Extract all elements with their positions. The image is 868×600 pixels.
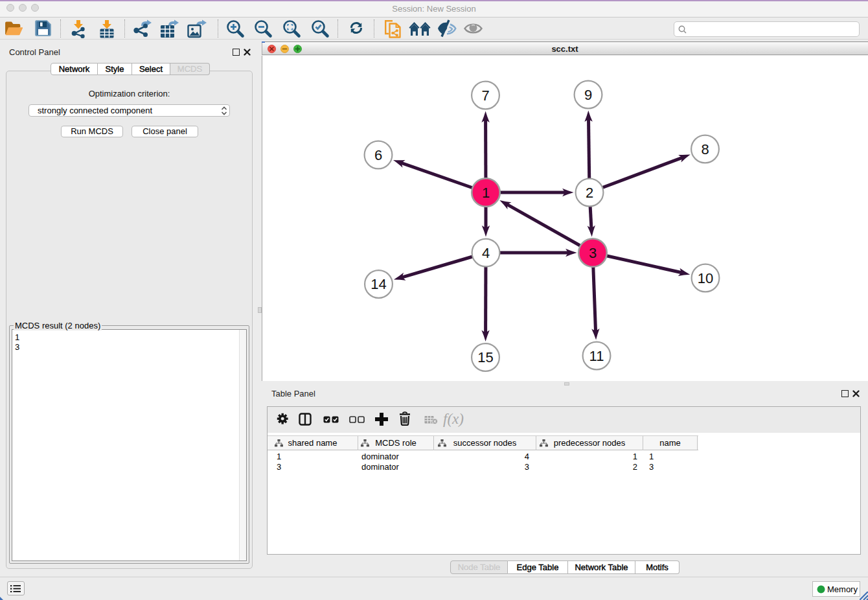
svg-text:6: 6 [374, 147, 382, 163]
svg-text:14: 14 [371, 276, 386, 292]
svg-text:7: 7 [481, 87, 489, 104]
svg-text:4: 4 [482, 245, 490, 261]
svg-text:9: 9 [584, 87, 592, 103]
svg-text:10: 10 [698, 270, 713, 286]
svg-text:11: 11 [589, 348, 604, 364]
svg-text:15: 15 [477, 349, 493, 365]
svg-text:3: 3 [589, 245, 597, 261]
svg-text:1: 1 [482, 185, 490, 201]
svg-text:2: 2 [586, 185, 593, 201]
svg-text:8: 8 [701, 141, 709, 157]
